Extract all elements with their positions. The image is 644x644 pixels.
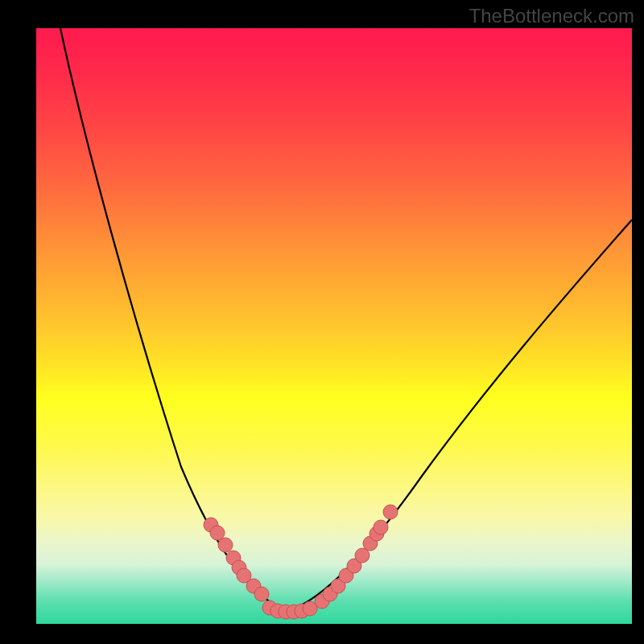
curve-right-path: [286, 220, 632, 612]
chart-svg: [36, 28, 632, 624]
curve-left-path: [60, 28, 286, 612]
watermark-text: TheBottleneck.com: [469, 5, 634, 27]
dot: [374, 520, 388, 535]
dots-left-group: [204, 518, 269, 601]
dots-bottom-group: [262, 601, 317, 619]
dot: [218, 538, 233, 552]
dot: [254, 587, 269, 601]
curve-group: [60, 28, 632, 612]
plot-area: [36, 28, 632, 624]
dots-right-group: [315, 505, 398, 609]
dot: [383, 505, 398, 519]
chart-container: TheBottleneck.com: [0, 0, 644, 644]
